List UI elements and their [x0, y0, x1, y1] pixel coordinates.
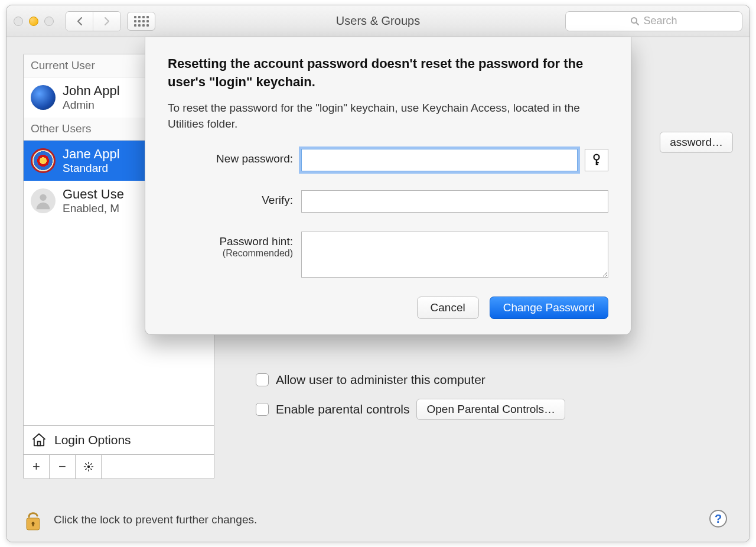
avatar-earth-icon [31, 85, 56, 110]
search-placeholder: Search [643, 15, 677, 27]
cancel-button[interactable]: Cancel [417, 297, 479, 319]
user-name: Jane Appl [63, 146, 120, 162]
remove-user-button[interactable]: − [50, 455, 76, 478]
search-field[interactable]: Search [565, 11, 742, 31]
add-user-button[interactable]: + [24, 455, 50, 478]
sheet-description: To reset the password for the "login" ke… [168, 100, 608, 132]
svg-rect-12 [596, 164, 598, 165]
sidebar-bottom-toolbar: + − [24, 454, 214, 478]
forward-button[interactable] [93, 12, 120, 31]
lock-row: Click the lock to prevent further change… [23, 507, 733, 532]
user-name: John Appl [63, 83, 120, 99]
allow-admin-row[interactable]: Allow user to administer this computer [256, 373, 565, 387]
prefs-window: Users & Groups Search Current User John … [6, 5, 750, 542]
search-icon [630, 17, 640, 26]
svg-point-2 [40, 194, 46, 201]
gear-icon [83, 461, 94, 472]
grid-icon [134, 16, 149, 27]
verify-password-input[interactable] [301, 190, 608, 213]
svg-point-9 [594, 154, 599, 159]
user-role: Admin [63, 99, 120, 112]
login-options-row[interactable]: Login Options [24, 425, 214, 454]
parental-row: Enable parental controls Open Parental C… [256, 399, 565, 420]
parental-label: Enable parental controls [276, 402, 409, 416]
lock-text: Click the lock to prevent further change… [54, 513, 257, 526]
key-icon [592, 154, 601, 167]
allow-admin-checkbox[interactable] [256, 373, 269, 386]
parental-checkbox[interactable] [256, 403, 269, 416]
change-password-confirm-button[interactable]: Change Password [490, 297, 608, 319]
new-password-label: New password: [168, 149, 301, 165]
nav-segment [66, 11, 121, 31]
zoom-dot[interactable] [44, 17, 54, 26]
login-options-label: Login Options [54, 433, 131, 447]
house-icon [31, 432, 47, 448]
change-password-button[interactable]: assword… [660, 132, 733, 153]
allow-admin-label: Allow user to administer this computer [276, 373, 485, 387]
close-dot[interactable] [14, 17, 23, 26]
avatar-blank-icon [31, 188, 56, 213]
user-role: Standard [63, 162, 120, 175]
show-all-button[interactable] [127, 12, 155, 31]
user-role: Enabled, M [63, 202, 124, 215]
action-gear-button[interactable] [76, 455, 102, 478]
svg-rect-3 [38, 441, 41, 445]
help-button[interactable]: ? [709, 510, 727, 528]
open-parental-controls-button[interactable]: Open Parental Controls… [416, 399, 565, 420]
svg-line-1 [636, 22, 638, 25]
verify-label: Verify: [168, 190, 301, 207]
chevron-left-icon [76, 17, 83, 26]
password-assistant-button[interactable] [585, 149, 608, 171]
password-hint-input[interactable] [301, 232, 608, 278]
minimize-dot[interactable] [29, 17, 38, 26]
hint-label: Password hint: (Recommended) [168, 232, 301, 259]
unlocked-lock-icon[interactable] [23, 507, 43, 532]
new-password-input[interactable] [301, 149, 578, 171]
back-button[interactable] [66, 12, 93, 31]
user-name: Guest Use [63, 187, 124, 202]
reset-password-sheet: Resetting the account password doesn't r… [145, 37, 631, 335]
traffic-lights [14, 17, 54, 26]
chevron-right-icon [103, 17, 110, 26]
avatar-target-icon [31, 148, 56, 173]
svg-point-4 [87, 465, 90, 468]
sheet-heading: Resetting the account password doesn't r… [168, 55, 608, 92]
svg-rect-8 [32, 523, 34, 526]
titlebar: Users & Groups Search [6, 5, 750, 37]
svg-rect-11 [596, 162, 599, 163]
